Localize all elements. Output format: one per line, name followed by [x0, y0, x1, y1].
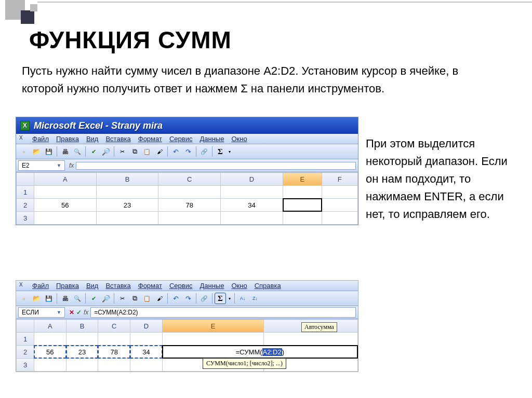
col-E[interactable]: E [162, 320, 263, 333]
cell-C2[interactable]: 78 [98, 346, 130, 359]
select-all-corner[interactable] [17, 320, 34, 333]
menu-bar-2[interactable]: X Файл Правка Вид Вставка Формат Сервис … [16, 281, 358, 291]
paste-icon[interactable] [141, 293, 153, 304]
window-title: Microsoft Excel - Strany mira [34, 120, 163, 131]
hyperlink-icon[interactable] [198, 146, 210, 157]
new-icon[interactable] [18, 293, 30, 304]
cell-E2[interactable]: =СУММ(A2:D2) [162, 346, 357, 359]
col-B[interactable]: B [96, 173, 158, 186]
research-icon[interactable]: 🔎 [100, 146, 112, 157]
menu-data[interactable]: Данные [200, 135, 224, 143]
workbook-icon[interactable]: X [19, 135, 27, 143]
menu-format[interactable]: Формат [138, 282, 162, 290]
function-tooltip: СУММ(число1; [число2]; ...) [203, 358, 286, 369]
autosum-dropdown-icon[interactable]: ▾ [227, 293, 232, 304]
cell-B2[interactable]: 23 [66, 346, 98, 359]
col-A[interactable]: A [34, 320, 66, 333]
cell-A2[interactable]: 56 [34, 346, 66, 359]
cell-A2[interactable]: 56 [34, 199, 97, 212]
spellcheck-icon[interactable] [88, 146, 99, 157]
excel-icon: X [20, 121, 30, 130]
sort-asc-icon[interactable] [237, 293, 248, 304]
menu-view[interactable]: Вид [86, 282, 99, 290]
col-C[interactable]: C [98, 320, 130, 333]
research-icon[interactable]: 🔎 [100, 293, 112, 304]
autosum-icon[interactable]: Σ [215, 293, 226, 304]
print-icon[interactable] [59, 293, 71, 304]
spreadsheet-grid[interactable]: A B C D E F 1 2 56 23 78 34 3 [16, 172, 358, 225]
row-2[interactable]: 2 [17, 199, 34, 212]
menu-file[interactable]: Файл [32, 282, 49, 290]
col-A[interactable]: A [34, 173, 97, 186]
cancel-icon[interactable]: ✕ [69, 309, 74, 316]
open-icon[interactable] [31, 293, 42, 304]
toolbar: 🔎 Σ ▾ [16, 144, 358, 159]
menu-file[interactable]: Файл [32, 135, 49, 143]
copy-icon[interactable] [129, 146, 140, 157]
format-painter-icon[interactable] [154, 293, 165, 304]
formula-input[interactable] [76, 162, 356, 170]
window-titlebar: X Microsoft Excel - Strany mira [16, 117, 358, 134]
fx-icon[interactable]: fx [84, 309, 88, 316]
cell-D2[interactable]: 34 [221, 199, 283, 212]
cut-icon[interactable] [116, 293, 128, 304]
row-3[interactable]: 3 [17, 359, 34, 372]
row-3[interactable]: 3 [17, 212, 34, 225]
cell-D2[interactable]: 34 [130, 346, 163, 359]
save-icon[interactable] [43, 293, 55, 304]
undo-icon[interactable] [170, 146, 181, 157]
autosum-icon[interactable]: Σ [215, 146, 226, 157]
workbook-icon[interactable]: X [19, 282, 27, 290]
menu-tools[interactable]: Сервис [169, 135, 193, 143]
menu-format[interactable]: Формат [138, 135, 162, 143]
col-F[interactable]: F [322, 173, 357, 186]
copy-icon[interactable] [129, 293, 140, 304]
preview-icon[interactable] [72, 293, 83, 304]
menu-tools[interactable]: Сервис [169, 282, 193, 290]
menu-window[interactable]: Окно [231, 135, 247, 143]
save-icon[interactable] [43, 146, 55, 157]
autosum-dropdown-icon[interactable]: ▾ [227, 146, 232, 157]
hyperlink-icon[interactable] [198, 293, 210, 304]
menu-edit[interactable]: Правка [56, 135, 79, 143]
intro-paragraph: Пусть нужно найти сумму чисел в диапазон… [22, 62, 500, 98]
format-painter-icon[interactable] [154, 146, 165, 157]
col-D[interactable]: D [221, 173, 283, 186]
cell-C2[interactable]: 78 [158, 199, 221, 212]
formula-input[interactable]: =СУММ(A2:D2) [90, 307, 356, 318]
cell-B2[interactable]: 23 [96, 199, 158, 212]
preview-icon[interactable] [72, 146, 83, 157]
sort-desc-icon[interactable] [249, 293, 261, 304]
menu-bar[interactable]: X Файл Правка Вид Вставка Формат Сервис … [16, 134, 358, 144]
menu-edit[interactable]: Правка [56, 282, 79, 290]
cut-icon[interactable] [116, 146, 128, 157]
redo-icon[interactable] [182, 293, 194, 304]
formula-bar-2: ЕСЛИ▼ ✕ ✓ fx =СУММ(A2:D2) [16, 306, 358, 319]
row-1[interactable]: 1 [17, 186, 34, 199]
spellcheck-icon[interactable] [88, 293, 99, 304]
redo-icon[interactable] [182, 146, 194, 157]
col-B[interactable]: B [66, 320, 98, 333]
fx-icon[interactable]: fx [69, 162, 74, 169]
open-icon[interactable] [31, 146, 42, 157]
menu-window[interactable]: Окно [231, 282, 247, 290]
col-E[interactable]: E [283, 173, 322, 186]
name-box[interactable]: E2▼ [18, 160, 65, 171]
menu-insert[interactable]: Вставка [105, 135, 130, 143]
row-2[interactable]: 2 [17, 346, 34, 359]
menu-data[interactable]: Данные [200, 282, 224, 290]
menu-help[interactable]: Справка [255, 282, 281, 290]
name-box[interactable]: ЕСЛИ▼ [18, 307, 65, 318]
menu-view[interactable]: Вид [86, 135, 99, 143]
print-icon[interactable] [59, 146, 71, 157]
paste-icon[interactable] [141, 146, 153, 157]
select-all-corner[interactable] [17, 173, 34, 186]
col-C[interactable]: C [158, 173, 221, 186]
menu-insert[interactable]: Вставка [105, 282, 130, 290]
col-D[interactable]: D [130, 320, 163, 333]
enter-icon[interactable]: ✓ [76, 309, 82, 316]
row-1[interactable]: 1 [17, 333, 34, 346]
new-icon[interactable] [18, 146, 30, 157]
undo-icon[interactable] [170, 293, 181, 304]
cell-E2[interactable] [283, 199, 322, 212]
